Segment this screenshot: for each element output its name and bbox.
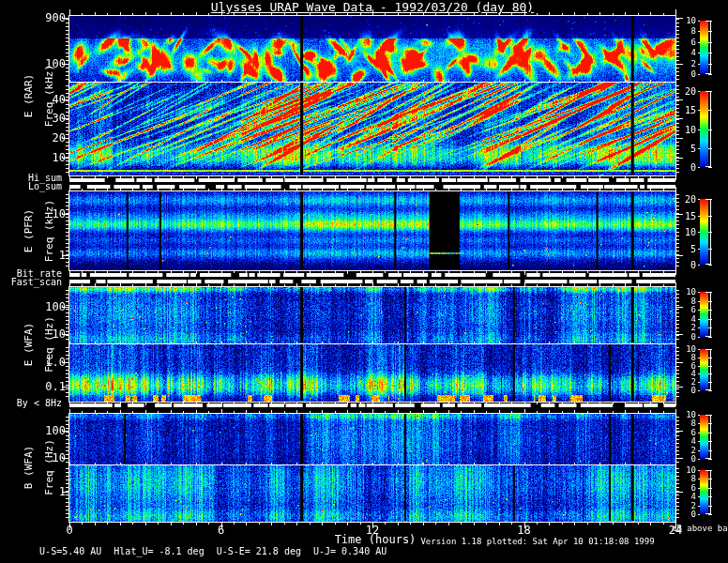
figure: Ulysses URAP Wave Data - 1992/03/20 (day… xyxy=(0,0,728,563)
colorbar-tick-label: 10 xyxy=(668,287,696,297)
y-tick-label: 10 xyxy=(24,451,66,464)
colorbar-tick-label: 10 xyxy=(668,16,696,25)
colorbar-tick-label: 6 xyxy=(668,305,696,314)
x-tick-label: 12 xyxy=(354,524,391,537)
colorbar-tick-label: 4 xyxy=(668,48,696,57)
colorbar-tick-label: 0 xyxy=(668,386,696,395)
colorbar-tick-label: 6 xyxy=(668,38,696,47)
colorbar-tick-label: 10 xyxy=(668,227,696,237)
colorbar-tick-label: 5 xyxy=(668,244,696,254)
y-tick-label: 100 xyxy=(24,300,66,313)
ephemeris-info: U-S=5.40 AUHlat_U= -8.1 degU-S-E= 21.8 d… xyxy=(17,536,399,563)
y-tick-label: 0.1 xyxy=(24,380,66,393)
strip-label: Lo_sum xyxy=(8,181,62,191)
colorbar-tick-label: 0 xyxy=(668,454,696,464)
colorbar-tick-label: 20 xyxy=(668,86,696,97)
colorbar-tick-label: 0 xyxy=(668,260,696,270)
x-tick-label: 18 xyxy=(506,524,543,537)
plot-title: Ulysses URAP Wave Data - 1992/03/20 (day… xyxy=(69,0,675,14)
strip-label: Fast_scan xyxy=(8,277,62,287)
y-tick-label: 100 xyxy=(24,424,66,437)
strip-label: By < 8Hz xyxy=(8,398,62,408)
y-tick-label: 20 xyxy=(24,131,66,145)
y-tick-label: 1 xyxy=(24,485,66,498)
colorbar-tick-label: 5 xyxy=(668,144,696,154)
y-tick-label: 10 xyxy=(24,207,66,221)
colorbar-tick-label: 20 xyxy=(668,194,696,205)
y-tick-label: 900 xyxy=(24,11,66,24)
y-tick-label: 40 xyxy=(24,93,66,106)
colorbar-tick-label: 8 xyxy=(668,26,696,36)
ephemeris-hlat: Hlat_U= -8.1 deg xyxy=(114,546,204,556)
colorbar-tick-label: 10 xyxy=(668,125,696,135)
colorbar-tick-label: 15 xyxy=(668,105,696,115)
colorbar-tick-label: 8 xyxy=(668,297,696,306)
x-tick-label: 24 xyxy=(657,524,694,537)
colorbar-tick-label: 4 xyxy=(668,314,696,324)
y-tick-label: 10 xyxy=(24,327,66,341)
colorbar-tick-label: 0 xyxy=(668,332,696,342)
y-tick-label: 100 xyxy=(24,57,66,70)
version-info: Version 1.18 plotted: Sat Apr 10 01:18:0… xyxy=(420,537,655,546)
colorbar-tick-label: 2 xyxy=(668,59,696,68)
colorbar-tick-label: 15 xyxy=(668,211,696,221)
colorbar-tick-label: 0 xyxy=(668,510,696,519)
colorbar-tick-label: 0 xyxy=(668,162,696,173)
x-tick-label: 0 xyxy=(51,524,88,537)
y-tick-label: 10 xyxy=(24,151,66,164)
y-tick-label: 1 xyxy=(24,249,66,262)
x-tick-label: 6 xyxy=(203,524,240,537)
colorbar-tick-label: 2 xyxy=(668,323,696,332)
colorbar-tick-label: 0 xyxy=(668,69,696,79)
y-tick-label: 30 xyxy=(24,112,66,125)
spectrogram-canvas xyxy=(0,0,728,563)
ephemeris-uj: U-J= 0.340 AU xyxy=(313,546,387,556)
ephemeris-use: U-S-E= 21.8 deg xyxy=(217,546,301,556)
y-tick-label: 1.0 xyxy=(24,356,66,369)
